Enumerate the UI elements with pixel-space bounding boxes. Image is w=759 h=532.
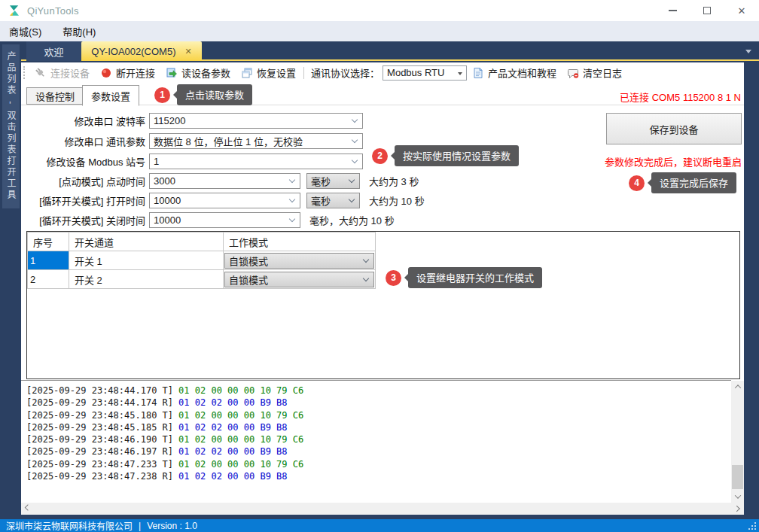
menu-store[interactable]: 商城(S)	[9, 24, 41, 38]
close-time-hint: 毫秒，大约为 10 秒	[309, 213, 395, 227]
close-time-value: 10000	[154, 214, 181, 226]
jog-time-select[interactable]: 3000	[149, 173, 300, 189]
window-controls: ✕	[655, 0, 759, 21]
tab-device-label: QY-IOA002(COM5)	[91, 46, 175, 57]
serial-params-value: 数据位 8 位，停止位 1 位，无校验	[154, 134, 303, 148]
chevron-down-icon	[352, 117, 358, 123]
close-time-select[interactable]: 10000	[149, 212, 300, 228]
sidebar-product-list-tab[interactable]: 产品列表 - 双击列表打开工具	[2, 44, 20, 208]
maximize-icon	[703, 7, 711, 14]
docs-button[interactable]: 产品文档和教程	[467, 62, 562, 83]
log-line: [2025-09-29 23:48:45.180 T]01 02 00 00 0…	[26, 409, 731, 421]
scroll-down-icon[interactable]	[731, 491, 744, 503]
log-time: [2025-09-29 23:48:45.180 T]	[26, 410, 173, 421]
chevron-down-icon	[363, 256, 369, 262]
tab-welcome[interactable]: 欢迎	[26, 41, 81, 61]
log-line: [2025-09-29 23:48:44.174 R]01 02 02 00 0…	[26, 397, 731, 409]
row2-channel-cell[interactable]: 开关 2	[69, 270, 224, 289]
annotation-4-badge: 4	[629, 175, 645, 191]
scroll-up-icon[interactable]	[731, 381, 744, 393]
scrollbar-thumb[interactable]	[732, 465, 743, 489]
row2-no-cell[interactable]: 2	[28, 270, 69, 289]
mdi-frame: 产品列表 - 双击列表打开工具 欢迎 QY-IOA002(COM5) ✕	[0, 41, 759, 519]
jog-time-value: 3000	[154, 175, 175, 187]
jog-time-unit-select[interactable]: 毫秒	[306, 173, 360, 189]
open-time-label: [循环开关模式] 打开时间	[21, 193, 145, 208]
annotation-2-tooltip: 按实际使用情况设置参数	[395, 145, 519, 166]
baud-rate-select[interactable]: 115200	[149, 113, 363, 129]
row2-mode-select[interactable]: 自锁模式	[224, 272, 374, 287]
annotation-3-tooltip: 设置继电器开关的工作模式	[408, 267, 542, 288]
row1-channel-cell[interactable]: 开关 1	[69, 251, 224, 270]
log-time: [2025-09-29 23:48:47.233 T]	[26, 459, 173, 470]
tab-device[interactable]: QY-IOA002(COM5) ✕	[81, 41, 202, 61]
channel-table-box: 序号 开关通道 工作模式 1 开关 1 自锁模式	[26, 231, 740, 379]
form-row-jog-time: [点动模式] 点动时间 3000 毫秒 大约为 3 秒	[21, 173, 419, 189]
modbus-addr-select[interactable]: 1	[149, 154, 363, 169]
protocol-select[interactable]: Modbus RTU	[383, 65, 467, 81]
col-header-channel: 开关通道	[69, 233, 224, 251]
annotation-3-badge: 3	[386, 270, 401, 286]
row2-mode-value: 自锁模式	[229, 272, 268, 287]
statusbar-version: Version : 1.0	[147, 521, 197, 531]
chevron-down-icon	[352, 157, 358, 163]
open-time-unit-select[interactable]: 毫秒	[306, 193, 360, 208]
baud-rate-value: 115200	[154, 115, 185, 126]
log-line: [2025-09-29 23:48:47.238 R]01 02 02 00 0…	[26, 470, 731, 482]
disconnect-button[interactable]: 断开连接	[95, 62, 160, 83]
log-line: [2025-09-29 23:48:47.233 T]01 02 00 00 0…	[26, 458, 731, 470]
close-button[interactable]: ✕	[724, 0, 759, 21]
open-time-select[interactable]: 10000	[149, 193, 300, 208]
baud-rate-label: 修改串口 波特率	[21, 114, 145, 128]
annotation-4-tooltip: 设置完成后保存	[651, 172, 736, 193]
log-hex: 01 02 00 00 00 10 79 C6	[178, 410, 303, 421]
annotation-1-tooltip: 点击读取参数	[177, 84, 252, 105]
log-time: [2025-09-29 23:48:45.185 R]	[26, 422, 173, 433]
restore-settings-button[interactable]: 恢复设置	[236, 62, 301, 83]
menu-help[interactable]: 帮助(H)	[62, 24, 96, 38]
log-horizontal-scrollbar[interactable]	[21, 503, 744, 515]
open-time-value: 10000	[154, 195, 181, 206]
clear-log-label: 清空日志	[583, 65, 622, 80]
plug-icon	[35, 67, 47, 79]
row2-mode-cell: 自锁模式	[224, 270, 376, 289]
read-params-label: 读设备参数	[181, 65, 230, 80]
scroll-right-icon[interactable]	[731, 503, 744, 515]
chevron-down-icon	[363, 275, 369, 281]
menubar: 商城(S) 帮助(H)	[0, 21, 759, 41]
tabstrip-overflow-icon[interactable]	[745, 50, 751, 53]
connect-device-button[interactable]: 连接设备	[29, 62, 95, 83]
row1-no-cell[interactable]: 1	[28, 251, 69, 270]
statusbar: 深圳市柒云物联网科技有限公司 | Version : 1.0	[0, 519, 759, 532]
log-time: [2025-09-29 23:48:44.170 T]	[26, 385, 173, 396]
document-tabstrip: 欢迎 QY-IOA002(COM5) ✕	[21, 41, 759, 61]
minimize-button[interactable]	[655, 0, 690, 21]
scroll-left-icon[interactable]	[21, 503, 34, 515]
resize-grip-icon[interactable]	[748, 522, 756, 530]
document-icon	[472, 67, 484, 79]
tab-param-settings[interactable]: 参数设置	[82, 85, 139, 106]
jog-time-unit-value: 毫秒	[311, 174, 331, 188]
read-params-button[interactable]: 读设备参数	[160, 62, 236, 83]
log-hex: 01 02 00 00 00 10 79 C6	[178, 434, 303, 445]
serial-params-select[interactable]: 数据位 8 位，停止位 1 位，无校验	[149, 133, 363, 149]
toolbar: 连接设备 断开连接 读设备参数	[21, 62, 744, 83]
clear-log-button[interactable]: 清空日志	[562, 62, 627, 83]
chevron-down-icon	[352, 137, 358, 143]
chevron-down-icon	[289, 177, 295, 183]
col-header-no: 序号	[28, 233, 69, 251]
log-view[interactable]: [2025-09-29 23:48:44.170 T]01 02 00 00 0…	[21, 380, 731, 503]
chat-bubble-minus-icon	[567, 67, 579, 79]
tab-device-control[interactable]: 设备控制	[26, 87, 84, 105]
statusbar-company: 深圳市柒云物联网科技有限公司	[6, 519, 133, 532]
row1-mode-select[interactable]: 自锁模式	[224, 253, 374, 269]
save-to-device-button[interactable]: 保存到设备	[606, 113, 742, 144]
tab-close-icon[interactable]: ✕	[185, 47, 192, 56]
annotation-3: 3 设置继电器开关的工作模式	[386, 267, 542, 288]
minimize-icon	[669, 10, 677, 11]
log-vertical-scrollbar[interactable]	[731, 381, 744, 503]
chevron-down-icon	[349, 177, 355, 183]
subtab-strip: 设备控制 参数设置 已连接 COM5 115200 8 1 N	[21, 83, 744, 105]
maximize-button[interactable]	[690, 0, 724, 21]
row1-mode-cell: 自锁模式	[224, 251, 376, 270]
